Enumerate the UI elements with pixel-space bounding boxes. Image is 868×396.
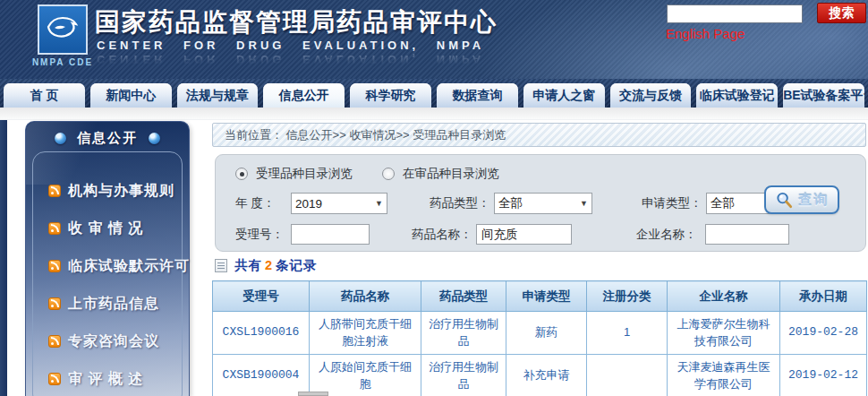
drug-name-input[interactable] [476, 224, 572, 245]
orb-icon [149, 133, 160, 144]
cell-drug-name: 人脐带间充质干细胞注射液 [310, 312, 421, 355]
input-row: 受理号： 药品名称： 企业名称： [216, 224, 865, 245]
year-select[interactable]: 2019▼ [291, 193, 387, 214]
logo-caption: NMPA CDE [27, 57, 98, 67]
column-header: 承办日期 [780, 281, 867, 312]
nmpa-cde-logo [38, 4, 88, 55]
swan-logo-icon [46, 14, 80, 41]
record-count-text: 共有2条记录 [234, 257, 318, 274]
orb-icon [55, 133, 66, 144]
sidebar-item[interactable]: 临床试验默示许可 [33, 247, 182, 285]
cell-apply-type: 补充申请 [506, 355, 587, 396]
chevron-down-icon: ▼ [371, 199, 383, 208]
sidebar-title: 信息公开 [26, 130, 189, 147]
cell-drug-name: 人原始间充质干细胞 [310, 355, 421, 396]
drug-type-label: 药品类型： [430, 195, 494, 211]
sidebar-item-label: 上市药品信息 [68, 295, 159, 314]
sidebar-item-label: 临床试验默示许可 [68, 257, 190, 276]
drug-name-label: 药品名称： [412, 227, 476, 243]
cell-accept-no: CXSB1900004 [213, 355, 310, 396]
sidebar-item-label: 审 评 概 述 [68, 370, 143, 389]
table-row: CXSB1900004人原始间充质干细胞治疗用生物制品补充申请天津麦迪森再生医学… [213, 355, 867, 396]
radio-label[interactable]: 在审品种目录浏览 [403, 166, 499, 182]
column-header: 药品类型 [421, 281, 506, 312]
record-count-number: 2 [262, 258, 276, 272]
site-title-chinese: 国家药品监督管理局药品审评中心 [95, 5, 498, 39]
english-page-link[interactable]: English Page [666, 26, 745, 41]
sidebar-item-label: 机构与办事规则 [68, 182, 174, 201]
nav-tab-item[interactable]: BE试验备案平台 [783, 83, 864, 108]
site-search-input[interactable] [667, 4, 803, 23]
site-title-english: CENTER FOR DRUG EVALUATION, NMPA [97, 39, 484, 52]
accept-no-label: 受理号： [235, 227, 291, 243]
breadcrumb: 当前位置： 信息公开>> 收审情况>> 受理品种目录浏览 [212, 123, 866, 147]
column-header: 企业名称 [668, 281, 780, 312]
nav-tab-active[interactable]: 信息公开 [263, 83, 345, 108]
nav-bottom-strip [0, 108, 868, 120]
list-icon [215, 259, 227, 272]
radio-label[interactable]: 受理品种目录浏览 [256, 166, 353, 182]
sidebar-item[interactable]: 收 审 情 况 [33, 210, 182, 247]
query-button-label: 查询 [799, 192, 830, 209]
cell-date: 2019-02-28 [780, 312, 867, 355]
magnifier-icon [775, 191, 794, 210]
year-label: 年 度： [235, 195, 291, 211]
nav-tab-item[interactable]: 新闻中心 [90, 83, 172, 108]
cell-reg-class [587, 355, 668, 396]
sidebar-item[interactable]: 机构与办事规则 [33, 172, 182, 210]
nav-tab-item[interactable]: 临床试验登记 [696, 83, 778, 108]
scrollbar-nub[interactable] [298, 392, 328, 396]
cell-drug-type: 治疗用生物制品 [421, 355, 506, 396]
nav-tab-item[interactable]: 法规与规章 [177, 83, 259, 108]
radio-unselected[interactable] [382, 168, 395, 180]
nav-tab-item[interactable]: 首 页 [4, 83, 85, 108]
column-header: 受理号 [213, 281, 310, 312]
cell-company: 天津麦迪森再生医学有限公司 [668, 355, 780, 396]
accept-no-input[interactable] [291, 224, 370, 245]
filter-panel: 受理品种目录浏览在审品种目录浏览 年 度： 2019▼ 药品类型： 全部▼ 申请… [215, 154, 866, 252]
sidebar-menu: 机构与办事规则收 审 情 况临床试验默示许可上市药品信息专家咨询会议审 评 概 … [32, 151, 183, 396]
radio-selected[interactable] [235, 168, 248, 180]
sidebar-title-label: 信息公开 [77, 130, 138, 147]
page: NMPA CDE 国家药品监督管理局药品审评中心 CENTER FOR DRUG… [0, 0, 868, 396]
company-input[interactable] [705, 224, 789, 245]
nav-tab-item[interactable]: 交流与反馈 [610, 83, 692, 108]
site-search-button[interactable]: 搜索 [817, 3, 866, 23]
cell-accept-no: CXSL1900016 [213, 312, 310, 355]
results-table: 受理号药品名称药品类型申请类型注册分类企业名称承办日期 CXSL1900016人… [212, 280, 867, 396]
sidebar-item[interactable]: 专家咨询会议 [33, 323, 182, 360]
sidebar-item-label: 收 审 情 况 [68, 220, 143, 238]
company-label: 企业名称： [636, 227, 697, 243]
nav-tab-item[interactable]: 科学研究 [350, 83, 431, 108]
main-nav: 首 页新闻中心法规与规章信息公开科学研究数据查询申请人之窗交流与反馈临床试验登记… [0, 79, 868, 108]
sidebar-item-label: 专家咨询会议 [68, 332, 159, 351]
rss-icon [48, 335, 61, 348]
sidebar: 信息公开 机构与办事规则收 审 情 况临床试验默示许可上市药品信息专家咨询会议审… [25, 121, 190, 396]
table-header-row: 受理号药品名称药品类型申请类型注册分类企业名称承办日期 [213, 281, 867, 312]
drug-type-select[interactable]: 全部▼ [494, 193, 592, 214]
site-title-reflection: CENTER FOR DRUG EVALUATION, NMPA [97, 53, 484, 66]
rss-icon [48, 260, 61, 272]
table-row: CXSL1900016人脐带间充质干细胞注射液治疗用生物制品新药1上海爱萨尔生物… [213, 312, 867, 355]
radio-row: 受理品种目录浏览在审品种目录浏览 [216, 166, 865, 182]
left-accent-rail [0, 120, 7, 396]
column-header: 药品名称 [310, 281, 421, 312]
rss-icon [48, 222, 61, 235]
rss-icon [48, 297, 61, 310]
column-header: 注册分类 [587, 281, 668, 312]
site-header: NMPA CDE 国家药品监督管理局药品审评中心 CENTER FOR DRUG… [0, 0, 868, 79]
nav-tab-item[interactable]: 数据查询 [437, 83, 518, 108]
apply-type-label: 申请类型： [642, 195, 706, 211]
cell-company: 上海爱萨尔生物科技有限公司 [668, 312, 780, 355]
cell-drug-type: 治疗用生物制品 [421, 312, 506, 355]
cell-reg-class: 1 [587, 312, 668, 355]
sidebar-item[interactable]: 审 评 概 述 [33, 360, 182, 396]
rss-icon [48, 185, 61, 197]
query-button[interactable]: 查询 [764, 185, 839, 214]
rss-icon [48, 373, 61, 385]
chevron-down-icon: ▼ [576, 199, 588, 208]
sidebar-item[interactable]: 上市药品信息 [33, 285, 182, 323]
cell-apply-type: 新药 [506, 312, 587, 355]
cell-date: 2019-02-12 [780, 355, 867, 396]
nav-tab-item[interactable]: 申请人之窗 [523, 83, 605, 108]
